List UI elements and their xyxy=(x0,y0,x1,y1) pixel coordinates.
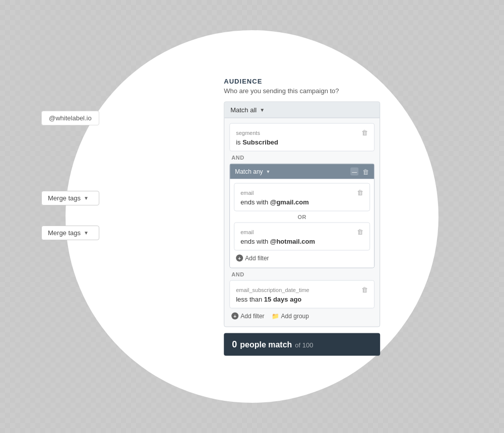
and-separator-2: AND xyxy=(229,268,374,280)
audience-filter-container: Match all ▼ segments 🗑 is Subscribed AND xyxy=(224,102,380,327)
match-count-number: 0 xyxy=(232,339,237,350)
filter-email-hotmail-value: ends with @hotmail.com xyxy=(240,238,363,245)
filter-subscription-date-label: email_subscription_date_time 🗑 xyxy=(236,286,368,294)
delete-subscription-filter[interactable]: 🗑 xyxy=(361,286,368,294)
audience-subtitle: Who are you sending this campaign to? xyxy=(224,87,380,95)
filter-subscription-date: email_subscription_date_time 🗑 less than… xyxy=(229,280,374,309)
delete-email-hotmail-filter[interactable]: 🗑 xyxy=(357,228,363,236)
add-filter-outer-button[interactable]: + Add filter xyxy=(231,313,264,320)
chevron-down-icon-2: ▼ xyxy=(84,230,89,236)
audience-title: AUDIENCE xyxy=(224,78,380,85)
match-any-label: Match any xyxy=(235,168,263,175)
bottom-actions: + Add filter 📁 Add group xyxy=(229,309,374,322)
folder-icon: 📁 xyxy=(272,313,279,320)
match-count-bar: 0 people match of 100 xyxy=(224,333,380,356)
match-all-header[interactable]: Match all ▼ xyxy=(224,102,380,118)
match-count-label: people match xyxy=(240,340,292,349)
delete-group-button[interactable]: 🗑 xyxy=(362,168,369,175)
match-any-group: Match any ▼ — 🗑 email xyxy=(229,164,374,268)
add-filter-inner-icon: + xyxy=(236,255,243,262)
and-separator-1: AND xyxy=(229,152,374,164)
delete-segments-filter[interactable]: 🗑 xyxy=(361,129,368,136)
filter-email-gmail: email 🗑 ends with @gmail.com xyxy=(234,183,370,211)
filter-email-gmail-value: ends with @gmail.com xyxy=(240,198,363,206)
match-any-header[interactable]: Match any ▼ — 🗑 xyxy=(230,164,374,179)
add-filter-outer-icon: + xyxy=(231,313,238,320)
match-any-dropdown-arrow: ▼ xyxy=(266,169,271,174)
filter-segments: segments 🗑 is Subscribed xyxy=(229,123,374,152)
merge-tags-button-1[interactable]: Merge tags ▼ xyxy=(41,191,99,205)
match-count-of: of 100 xyxy=(295,341,313,349)
add-filter-inner-button[interactable]: + Add filter xyxy=(234,251,370,264)
delete-email-gmail-filter[interactable]: 🗑 xyxy=(357,189,363,196)
filter-segments-label: segments 🗑 xyxy=(236,129,368,136)
match-all-label: Match all xyxy=(230,106,257,114)
email-tag-left: @whitelabel.io xyxy=(41,111,99,125)
collapse-group-button[interactable]: — xyxy=(350,168,358,176)
filter-email-hotmail: email 🗑 ends with @hotmail.com xyxy=(234,223,370,251)
merge-tags-button-2[interactable]: Merge tags ▼ xyxy=(41,226,99,240)
filter-email-gmail-label: email 🗑 xyxy=(240,189,363,196)
filter-email-hotmail-label: email 🗑 xyxy=(240,228,363,236)
filter-subscription-date-value: less than 15 days ago xyxy=(236,296,368,303)
filter-segments-value: is Subscribed xyxy=(236,138,368,146)
add-group-button[interactable]: 📁 Add group xyxy=(272,313,309,320)
chevron-down-icon-1: ▼ xyxy=(84,195,89,201)
or-separator: OR xyxy=(234,211,370,223)
match-all-dropdown-arrow: ▼ xyxy=(260,107,265,113)
